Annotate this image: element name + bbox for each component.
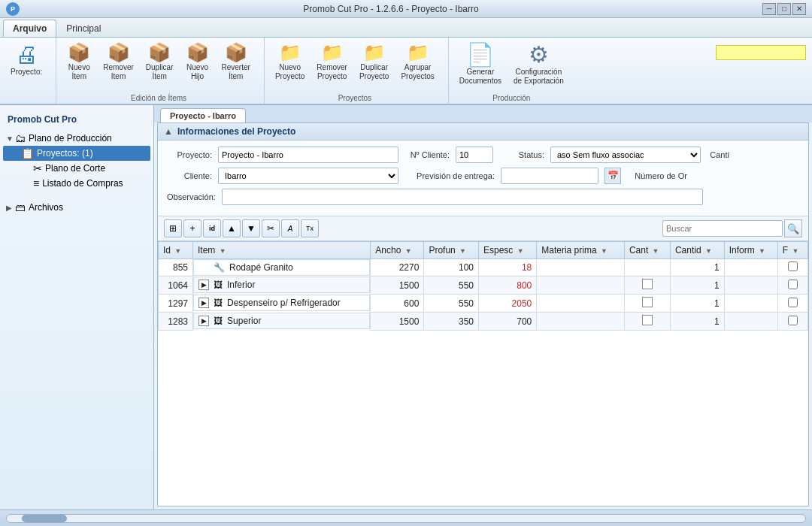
cliente-num-input[interactable] bbox=[456, 147, 493, 163]
table-search-button[interactable]: 🔍 bbox=[784, 219, 802, 237]
nuevo-item-button[interactable]: 📦 NuevoÍtem bbox=[62, 41, 95, 84]
sidebar-item-plano-corte[interactable]: ✂ Plano de Corte bbox=[3, 161, 150, 176]
minimize-button[interactable]: ─ bbox=[762, 3, 776, 15]
item-filter-icon[interactable]: ▼ bbox=[220, 247, 226, 255]
sidebar-item-archivos[interactable]: ▶ 🗃 Archivos bbox=[3, 200, 150, 215]
expand-button[interactable]: ▶ bbox=[198, 298, 209, 308]
status-select[interactable]: aso Sem fluxo associac bbox=[550, 147, 701, 163]
cell-cant bbox=[624, 259, 670, 277]
content-area: Proyecto - Ibarro ▲ Informaciones del Pr… bbox=[154, 105, 812, 509]
observacion-label: Observación: bbox=[167, 192, 216, 201]
close-button[interactable]: ✕ bbox=[792, 3, 806, 15]
proyecto-label: Proyecto: bbox=[167, 150, 212, 159]
prevision-input[interactable] bbox=[501, 168, 598, 184]
table-row[interactable]: 1297▶🖼Despenseiro p/ Refrigerador6005502… bbox=[159, 295, 808, 313]
toolbar-row: ⊞ + id ▲ ▼ ✂ A Tx 🔍 bbox=[158, 216, 808, 241]
ancho-filter-icon[interactable]: ▼ bbox=[405, 247, 412, 255]
id-filter-icon[interactable]: ▼ bbox=[174, 247, 181, 255]
expand-button[interactable]: ▶ bbox=[198, 316, 209, 326]
f-checkbox[interactable] bbox=[788, 280, 798, 289]
f-filter-icon[interactable]: ▼ bbox=[792, 247, 798, 255]
tb-copy-button[interactable]: A bbox=[281, 219, 299, 237]
item-icon: 🖼 bbox=[214, 316, 223, 326]
item-label: Despenseiro p/ Refrigerador bbox=[227, 298, 341, 308]
restore-button[interactable]: □ bbox=[777, 3, 791, 15]
sidebar-item-listado-compras[interactable]: ≡ Listado de Compras bbox=[3, 176, 150, 191]
nuevo-hijo-button[interactable]: 📦 NuevoHijo bbox=[181, 41, 214, 84]
table-row[interactable]: 1064▶🖼Inferior15005508001 bbox=[159, 277, 808, 295]
reverter-item-button[interactable]: 📦 ReverterÍtem bbox=[217, 41, 255, 84]
cant-checkbox[interactable] bbox=[642, 297, 653, 307]
imprimir-button[interactable]: 🖨 Proyecto: bbox=[6, 41, 47, 80]
duplicar-item-button[interactable]: 📦 DuplicarÍtem bbox=[141, 41, 178, 84]
remover-item-button[interactable]: 📦 RemoverItem bbox=[98, 41, 138, 84]
nuevo-proyecto-icon: 📁 bbox=[279, 44, 301, 62]
horizontal-scrollbar[interactable] bbox=[6, 514, 806, 523]
tb-add-button[interactable]: + bbox=[183, 219, 201, 237]
configuracion-exportacion-button[interactable]: ⚙ Configuraciónde Exportación bbox=[509, 41, 568, 89]
col-f: F ▼ bbox=[777, 242, 807, 259]
sidebar-item-proyectos[interactable]: 📋 Proyectos: (1) bbox=[3, 146, 150, 161]
generar-documentos-button[interactable]: 📄 GenerarDocumentos bbox=[455, 41, 506, 89]
tb-down-button[interactable]: ▼ bbox=[242, 219, 260, 237]
ribbon-buttons-imprimir: 🖨 Proyecto: bbox=[6, 41, 47, 102]
expand-button[interactable]: ▶ bbox=[198, 280, 209, 290]
proyecto-input[interactable] bbox=[218, 147, 398, 163]
cell-materia bbox=[537, 313, 625, 331]
ribbon-section-produccion: 📄 GenerarDocumentos ⚙ Configuraciónde Ex… bbox=[449, 38, 577, 104]
profun-filter-icon[interactable]: ▼ bbox=[459, 247, 466, 255]
cell-item: ▶🖼Superior bbox=[193, 313, 370, 329]
f-checkbox[interactable] bbox=[788, 316, 798, 325]
table-row[interactable]: 1283▶🖼Superior15003507001 bbox=[159, 313, 808, 331]
tb-up-button[interactable]: ▲ bbox=[223, 219, 241, 237]
cell-f bbox=[777, 313, 807, 331]
cantid-filter-icon[interactable]: ▼ bbox=[705, 247, 712, 255]
agrupar-proyectos-button[interactable]: 📁 AgruparProyectos bbox=[396, 41, 438, 84]
prevision-date-button[interactable]: 📅 bbox=[604, 168, 621, 184]
ribbon: 🖨 Proyecto: 📦 NuevoÍtem 📦 RemoverItem 📦 … bbox=[0, 38, 812, 105]
menu-tab-principal[interactable]: Principal bbox=[56, 20, 111, 37]
nuevo-item-icon: 📦 bbox=[68, 44, 90, 62]
tb-paste-button[interactable]: Tx bbox=[301, 219, 319, 237]
menu-tab-arquivo[interactable]: Arquivo bbox=[3, 20, 56, 37]
ribbon-section-imprimir: 🖨 Proyecto: bbox=[0, 38, 56, 104]
materia-filter-icon[interactable]: ▼ bbox=[601, 247, 607, 255]
produccion-section-label: Producción bbox=[447, 94, 576, 102]
cell-materia bbox=[537, 295, 625, 313]
tb-grid-button[interactable]: ⊞ bbox=[164, 219, 182, 237]
col-ancho: Ancho ▼ bbox=[371, 242, 424, 259]
cell-item: ▶🖼Inferior bbox=[193, 277, 370, 293]
ribbon-buttons-proyectos: 📁 NuevoProyecto 📁 RemoverProyecto 📁 Dupl… bbox=[271, 41, 439, 95]
remover-proyecto-button[interactable]: 📁 RemoverProyecto bbox=[312, 41, 352, 84]
table-search-input[interactable] bbox=[662, 220, 783, 237]
nuevo-proyecto-button[interactable]: 📁 NuevoProyecto bbox=[271, 41, 309, 84]
col-espesc: Espesc ▼ bbox=[479, 242, 537, 259]
col-cantid: Cantid ▼ bbox=[670, 242, 724, 259]
ribbon-search-input[interactable] bbox=[716, 45, 806, 60]
tb-cut-button[interactable]: ✂ bbox=[262, 219, 280, 237]
panel: ▲ Informaciones del Proyecto Proyecto: N… bbox=[157, 122, 809, 506]
observacion-input[interactable] bbox=[222, 189, 703, 205]
cell-inform bbox=[724, 259, 777, 277]
archivos-label: Archivos bbox=[29, 202, 63, 213]
inform-filter-icon[interactable]: ▼ bbox=[759, 247, 765, 255]
f-checkbox[interactable] bbox=[788, 298, 798, 307]
cant-checkbox[interactable] bbox=[642, 315, 653, 325]
cell-f bbox=[777, 277, 807, 295]
doc-tab-proyecto[interactable]: Proyecto - Ibarro bbox=[160, 108, 246, 122]
cell-profun: 550 bbox=[424, 295, 479, 313]
cant-filter-icon[interactable]: ▼ bbox=[653, 247, 659, 255]
section-toggle-icon[interactable]: ▲ bbox=[164, 126, 173, 137]
cell-espesc: 700 bbox=[479, 313, 537, 331]
table-row[interactable]: 855🔧Rodapé Granito2270100181 bbox=[159, 259, 808, 277]
cant-checkbox[interactable] bbox=[642, 279, 653, 289]
item-label: Superior bbox=[227, 316, 261, 326]
item-icon: 🖼 bbox=[214, 298, 223, 308]
duplicar-proyecto-button[interactable]: 📁 DuplicarProyecto bbox=[355, 41, 393, 84]
espesc-filter-icon[interactable]: ▼ bbox=[517, 247, 524, 255]
cliente-select[interactable]: Ibarro bbox=[218, 168, 398, 184]
tb-id-button[interactable]: id bbox=[203, 219, 221, 237]
sidebar-item-plano-produccion[interactable]: ▼ 🗂 Plano de Producción bbox=[3, 131, 150, 146]
canti-label: Canti bbox=[707, 150, 729, 159]
f-checkbox[interactable] bbox=[788, 261, 798, 271]
